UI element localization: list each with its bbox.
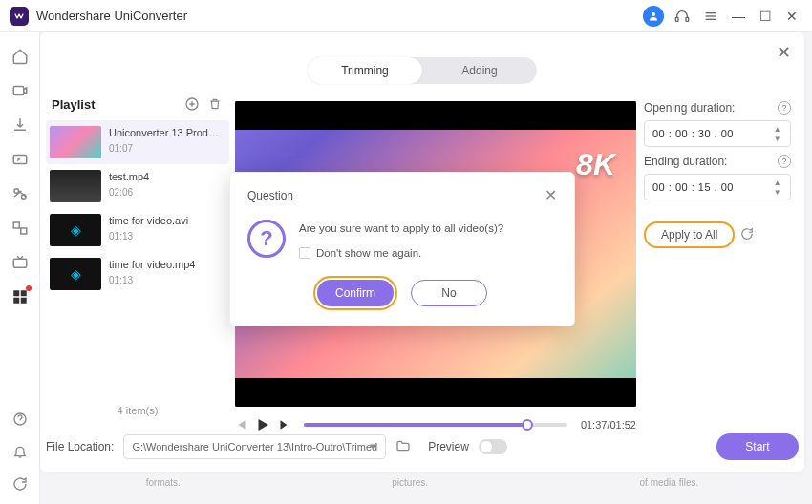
file-location-select[interactable]: G:\Wondershare UniConverter 13\Intro-Out…	[123, 434, 386, 459]
spinner-icon[interactable]: ▲▼	[771, 123, 784, 144]
tab-trimming[interactable]: Trimming	[308, 57, 422, 84]
reset-icon[interactable]	[740, 227, 754, 243]
opening-duration-input[interactable]: 00 : 00 : 30 . 00 ▲▼	[644, 120, 791, 147]
playlist-item-duration: 01:13	[109, 275, 195, 285]
menu-icon[interactable]	[699, 5, 722, 28]
dont-show-label: Don't show me again.	[316, 247, 421, 259]
svg-rect-2	[686, 17, 689, 21]
playlist-item[interactable]: Uniconverter 13 Product Video 0... 01:07	[46, 120, 229, 164]
compress-icon[interactable]	[10, 149, 31, 170]
playlist-item-duration: 01:07	[109, 143, 222, 154]
playlist-count: 4 item(s)	[46, 405, 229, 416]
dialog-close-button[interactable]: ✕	[545, 186, 557, 204]
playlist-title: Playlist	[52, 97, 96, 112]
dont-show-checkbox[interactable]	[299, 247, 310, 259]
playlist-thumb	[50, 126, 101, 158]
playlist-panel: Playlist Uniconverter 13 Product Video 0…	[46, 92, 229, 418]
playlist-thumb: ◈	[50, 214, 101, 246]
preview-toggle[interactable]	[479, 439, 507, 454]
duration-panel: Opening duration: ? 00 : 00 : 30 . 00 ▲▼…	[644, 101, 791, 248]
playlist-item-name: time for video.mp4	[109, 258, 195, 271]
svg-rect-13	[13, 290, 19, 296]
add-media-icon[interactable]	[183, 95, 201, 113]
svg-rect-15	[13, 298, 19, 304]
home-icon[interactable]	[10, 46, 31, 67]
playlist-item-name: Uniconverter 13 Product Video 0...	[109, 126, 222, 139]
svg-rect-14	[20, 290, 26, 296]
apply-to-all-button[interactable]: Apply to All	[644, 221, 735, 248]
svg-rect-11	[20, 228, 26, 234]
close-window-button[interactable]: ✕	[781, 9, 802, 24]
seek-bar[interactable]	[304, 423, 567, 427]
question-dialog: Question ✕ ? Are you sure want to apply …	[229, 172, 575, 326]
no-button[interactable]: No	[411, 280, 487, 306]
tv-icon[interactable]	[10, 252, 31, 273]
file-location-label: File Location:	[46, 440, 114, 453]
dialog-message: Are you sure want to apply to all video(…	[299, 220, 503, 239]
playlist-item[interactable]: ◈ time for video.mp4 01:13	[46, 252, 229, 296]
preview-toggle-label: Preview	[428, 440, 469, 453]
help-icon[interactable]: ?	[778, 101, 791, 115]
tab-adding[interactable]: Adding	[422, 57, 537, 84]
playlist-thumb: ◈	[50, 258, 101, 290]
svg-rect-12	[13, 259, 27, 267]
svg-rect-10	[13, 222, 19, 228]
confirm-button[interactable]: Confirm	[317, 280, 394, 306]
download-icon[interactable]	[10, 115, 31, 136]
help-icon[interactable]	[10, 409, 31, 430]
app-logo	[10, 7, 29, 26]
svg-point-8	[14, 189, 19, 194]
ending-duration-input[interactable]: 00 : 00 : 15 . 00 ▲▼	[644, 174, 791, 200]
playlist-item-name: test.mp4	[109, 170, 149, 183]
maximize-button[interactable]: ☐	[755, 9, 776, 24]
minimize-button[interactable]: —	[728, 9, 749, 24]
opening-duration-label: Opening duration:	[644, 101, 735, 115]
playlist-item-duration: 01:13	[109, 231, 188, 242]
svg-rect-6	[13, 87, 24, 95]
feedback-icon[interactable]	[10, 473, 31, 494]
svg-point-0	[652, 12, 655, 16]
close-panel-button[interactable]: ✕	[777, 42, 791, 63]
footer-snippets: formats. pictures. of media files.	[40, 477, 804, 498]
trash-icon[interactable]	[206, 95, 224, 113]
spinner-icon[interactable]: ▲▼	[771, 177, 784, 198]
app-title: Wondershare UniConverter	[36, 9, 187, 23]
question-icon: ?	[247, 220, 286, 258]
bottom-bar: File Location: G:\Wondershare UniConvert…	[46, 430, 799, 464]
edit-icon[interactable]	[10, 183, 31, 204]
start-button[interactable]: Start	[716, 433, 799, 460]
mode-tabs: Trimming Adding	[308, 57, 537, 84]
left-nav	[0, 32, 40, 504]
bell-icon[interactable]	[10, 441, 31, 462]
playlist-thumb	[50, 170, 101, 202]
headset-icon[interactable]	[671, 5, 694, 28]
title-bar: Wondershare UniConverter — ☐ ✕	[0, 0, 812, 32]
playlist-item-duration: 02:06	[109, 187, 149, 198]
toolbox-icon[interactable]	[10, 286, 31, 307]
playlist-item[interactable]: ◈ time for video.avi 01:13	[46, 208, 229, 252]
svg-rect-16	[20, 298, 26, 304]
open-folder-icon[interactable]	[395, 438, 411, 456]
playlist-item[interactable]: test.mp4 02:06	[46, 164, 229, 208]
ending-duration-label: Ending duration:	[644, 155, 727, 168]
help-icon[interactable]: ?	[778, 155, 791, 168]
playlist-item-name: time for video.avi	[109, 214, 188, 227]
video-icon[interactable]	[10, 80, 31, 101]
svg-rect-1	[675, 17, 678, 21]
dialog-title: Question	[247, 189, 293, 202]
account-icon[interactable]	[642, 5, 665, 28]
merge-icon[interactable]	[10, 218, 31, 239]
preview-badge: 8K	[576, 147, 615, 182]
